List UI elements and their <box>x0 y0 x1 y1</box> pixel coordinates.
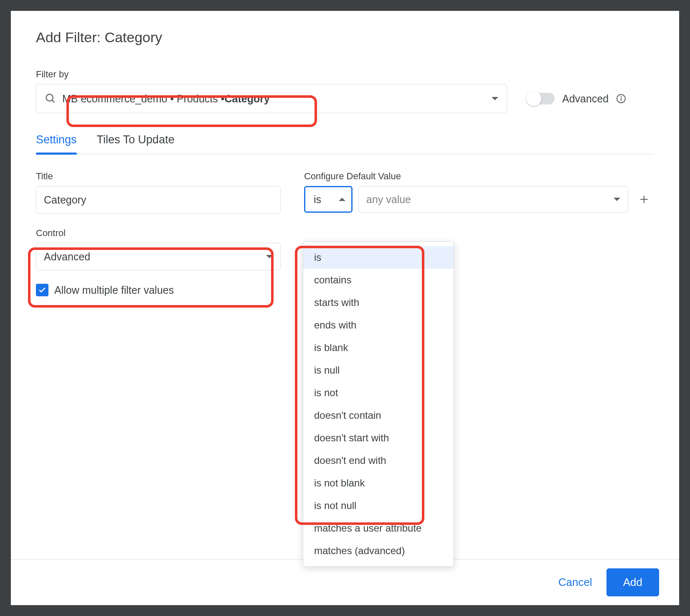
operator-option[interactable]: doesn't start with <box>303 427 454 449</box>
operator-option[interactable]: ends with <box>303 314 454 336</box>
search-icon <box>45 93 56 104</box>
filter-by-label: Filter by <box>36 69 654 80</box>
chevron-up-icon <box>339 198 345 201</box>
control-value: Advanced <box>44 251 90 263</box>
operator-option[interactable]: is not null <box>303 494 454 517</box>
filter-by-value: Category <box>224 93 269 105</box>
filter-by-prefix: MB ecommerce_demo • Products • <box>62 93 224 105</box>
add-condition-button[interactable] <box>634 186 654 213</box>
operator-option[interactable]: is not <box>303 382 454 404</box>
add-button[interactable]: Add <box>606 568 659 596</box>
chevron-down-icon <box>492 97 498 100</box>
allow-multiple-label: Allow multiple filter values <box>54 284 174 296</box>
operator-option[interactable]: is null <box>303 359 454 382</box>
control-select[interactable]: Advanced <box>36 243 281 270</box>
tab-bar: Settings Tiles To Update <box>36 133 654 154</box>
operator-option[interactable]: matches a user attribute <box>303 517 454 540</box>
operator-option[interactable]: doesn't contain <box>303 404 454 427</box>
operator-option[interactable]: starts with <box>303 291 454 314</box>
title-label: Title <box>36 171 281 182</box>
operator-option[interactable]: matches (advanced) <box>303 540 454 562</box>
tab-settings[interactable]: Settings <box>36 133 77 154</box>
svg-line-1 <box>52 100 55 103</box>
operator-value: is <box>314 193 321 206</box>
advanced-toggle-label: Advanced <box>562 93 609 105</box>
title-value: Category <box>44 194 86 206</box>
filter-by-select[interactable]: MB ecommerce_demo • Products • Category <box>36 84 507 113</box>
svg-point-0 <box>46 94 53 101</box>
operator-select[interactable]: is <box>304 186 353 213</box>
add-filter-dialog: Add Filter: Category Filter by MB ecomme… <box>11 11 679 605</box>
tab-tiles-to-update[interactable]: Tiles To Update <box>97 133 175 154</box>
cancel-button[interactable]: Cancel <box>558 576 592 589</box>
dialog-title: Add Filter: Category <box>36 29 654 46</box>
chevron-down-icon <box>266 255 273 258</box>
configure-default-value-label: Configure Default Value <box>304 171 654 182</box>
operator-option[interactable]: contains <box>303 269 454 291</box>
info-icon[interactable] <box>616 94 626 104</box>
operator-option[interactable]: is <box>303 246 454 269</box>
operator-option[interactable]: is blank <box>303 336 454 359</box>
operator-dropdown: iscontainsstarts withends withis blankis… <box>303 242 454 567</box>
svg-point-4 <box>621 97 622 97</box>
default-value-placeholder: any value <box>366 193 411 206</box>
operator-option[interactable]: doesn't end with <box>303 449 454 472</box>
control-label: Control <box>36 228 281 239</box>
default-value-select[interactable]: any value <box>358 186 628 213</box>
advanced-toggle[interactable] <box>527 93 555 104</box>
operator-option[interactable]: is not blank <box>303 472 454 494</box>
allow-multiple-checkbox[interactable] <box>36 284 48 296</box>
chevron-down-icon <box>614 198 620 201</box>
title-input[interactable]: Category <box>36 186 281 214</box>
